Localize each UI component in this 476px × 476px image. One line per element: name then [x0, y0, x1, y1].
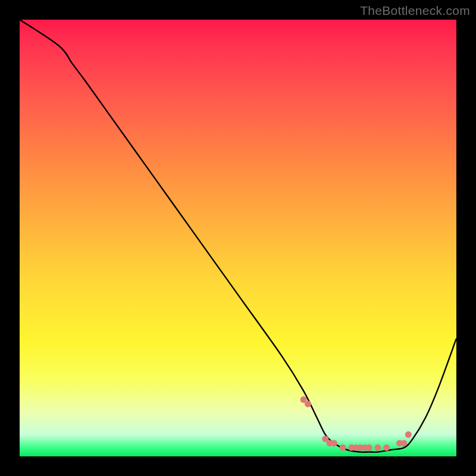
trough-marker-dot	[305, 400, 311, 407]
trough-marker-dot	[366, 444, 372, 451]
chart-svg	[20, 20, 456, 456]
trough-marker-dot	[340, 444, 346, 451]
trough-marker-dot	[383, 444, 390, 451]
trough-marker-dot	[405, 431, 412, 438]
trough-marker-dot	[374, 444, 381, 451]
watermark-text: TheBottleneck.com	[360, 4, 470, 18]
bottleneck-curve-line	[20, 20, 456, 452]
trough-marker-group	[300, 396, 412, 451]
chart-plot-area	[20, 20, 456, 456]
trough-marker-dot	[331, 440, 337, 446]
trough-marker-dot	[400, 440, 407, 446]
